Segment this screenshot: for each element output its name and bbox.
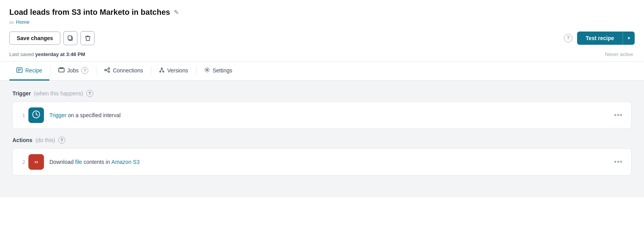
tab-connections[interactable]: Connections [97, 62, 150, 81]
svg-point-18 [206, 69, 208, 71]
tab-jobs-label: Jobs [67, 67, 79, 74]
main-content: Trigger (when this happens) ? 1 Trigger … [0, 81, 644, 197]
svg-line-17 [162, 69, 163, 71]
page-title: Load leads from S3 into Marketo in batch… [9, 8, 170, 17]
test-recipe-dropdown-button[interactable]: ▾ [623, 32, 635, 45]
action-step-2[interactable]: 2 S3 Download file contents in Amazon S3… [12, 148, 632, 176]
actions-section: Actions (do this) ? 2 S3 Download file c… [12, 137, 632, 176]
svg-point-10 [108, 71, 110, 72]
jobs-tab-icon [58, 67, 65, 74]
trigger-sub-label: (when this happens) [34, 90, 83, 97]
svg-rect-1 [68, 36, 72, 40]
recipe-tab-icon [16, 67, 23, 74]
actions-label: Actions [12, 137, 32, 143]
trigger-link[interactable]: Trigger [49, 112, 66, 118]
settings-tab-icon [204, 67, 210, 74]
bottom-meta: Last saved yesterday at 3:46 PM Never ac… [9, 50, 635, 61]
trigger-step-more-button[interactable]: ••• [612, 110, 625, 121]
tab-versions-label: Versions [167, 67, 188, 74]
trigger-step-suffix: on a specified interval [66, 112, 121, 118]
tab-connections-label: Connections [113, 67, 143, 74]
breadcrumb: ▭ Home [9, 19, 635, 25]
folder-icon: ▭ [9, 19, 14, 25]
tab-sep-1 [50, 66, 51, 76]
actions-sub-label: (do this) [35, 137, 55, 143]
svg-point-14 [160, 71, 161, 72]
tab-settings-label: Settings [213, 67, 233, 74]
trigger-step[interactable]: 1 Trigger on a specified interval ••• [12, 102, 632, 129]
edit-title-icon[interactable]: ✎ [174, 9, 179, 16]
tabs-bar: Recipe Jobs ? Connections Versions Setti… [0, 62, 644, 81]
trigger-section-header: Trigger (when this happens) ? [12, 90, 632, 97]
duplicate-button[interactable] [63, 31, 77, 45]
breadcrumb-home[interactable]: Home [16, 19, 30, 25]
save-changes-button[interactable]: Save changes [9, 32, 60, 45]
toolbar-left: Save changes [9, 31, 94, 45]
delete-button[interactable] [80, 31, 94, 45]
duplicate-icon [67, 35, 74, 41]
action-middle: contents in [82, 159, 112, 165]
svg-line-12 [106, 70, 108, 71]
trigger-step-icon-wrap [28, 107, 44, 123]
test-recipe-button[interactable]: Test recipe [577, 32, 623, 45]
svg-point-8 [105, 69, 106, 71]
actions-help-icon[interactable]: ? [58, 137, 65, 144]
tab-jobs[interactable]: Jobs ? [51, 62, 96, 81]
toolbar-right: ? Test recipe ▾ [564, 32, 635, 45]
versions-tab-icon [159, 67, 164, 74]
tab-sep-2 [96, 66, 96, 76]
trigger-step-text: Trigger on a specified interval [49, 112, 612, 118]
tab-recipe[interactable]: Recipe [9, 62, 49, 81]
svg-point-9 [108, 68, 110, 69]
action-step-icon-wrap: S3 [28, 154, 44, 170]
svg-point-13 [161, 68, 163, 69]
tab-settings[interactable]: Settings [197, 62, 240, 81]
never-active-text: Never active [605, 51, 635, 57]
test-recipe-button-group: Test recipe ▾ [577, 32, 635, 45]
connections-tab-icon [104, 67, 110, 74]
tab-sep-4 [196, 66, 196, 76]
svg-line-16 [161, 69, 162, 71]
tab-sep-3 [151, 66, 151, 76]
tab-versions[interactable]: Versions [152, 62, 195, 81]
toolbar-help-icon[interactable]: ? [564, 34, 572, 42]
file-link[interactable]: file [75, 159, 82, 165]
step-2-number: 2 [19, 159, 28, 165]
s3-icon: S3 [31, 157, 41, 167]
svg-point-15 [163, 71, 164, 72]
trigger-section: Trigger (when this happens) ? 1 Trigger … [12, 90, 632, 129]
clock-icon [32, 110, 40, 121]
actions-section-header: Actions (do this) ? [12, 137, 632, 144]
tab-recipe-label: Recipe [25, 67, 42, 74]
svg-text:S3: S3 [35, 161, 38, 164]
last-saved-text: Last saved yesterday at 3:46 PM [9, 51, 85, 57]
svg-line-11 [106, 69, 108, 70]
svg-line-21 [36, 114, 38, 115]
trigger-label: Trigger [12, 90, 31, 97]
action-prefix: Download [49, 159, 75, 165]
trigger-help-icon[interactable]: ? [86, 90, 93, 97]
action-step-more-button[interactable]: ••• [612, 156, 625, 168]
trash-icon [85, 35, 91, 41]
jobs-help-icon[interactable]: ? [81, 67, 88, 74]
action-step-text: Download file contents in Amazon S3 [49, 159, 612, 165]
amazon-s3-link[interactable]: Amazon S3 [112, 159, 140, 165]
step-1-number: 1 [19, 112, 28, 118]
